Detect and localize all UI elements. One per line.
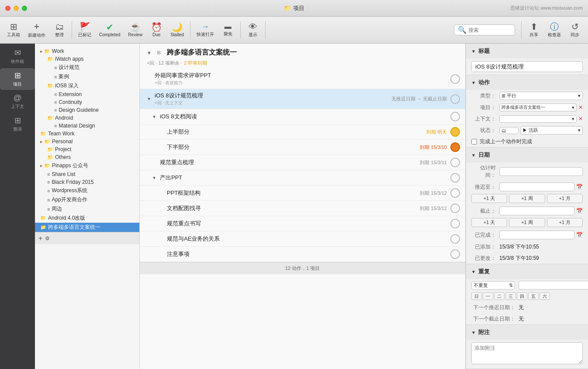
- task-item-t6[interactable]: 规范重点梳理 到期 15/3/11: [140, 155, 465, 170]
- panel-action-header[interactable]: ▼ 动作: [466, 75, 588, 90]
- repeat-day-thu[interactable]: 四: [517, 292, 527, 300]
- sidebar-item-personal[interactable]: ▸ 📁 Personal: [35, 138, 139, 145]
- toolbar-new-action-button[interactable]: + 新建动作: [24, 20, 49, 40]
- task-item-t4[interactable]: 上半部分 到期 明天: [140, 124, 465, 140]
- sidebar-item-cross-platform[interactable]: 📁 跨多端多语言文案统一: [35, 223, 139, 232]
- sidebar-item-share-list[interactable]: ≡ Share List: [35, 170, 139, 178]
- toolbar-stalled-button[interactable]: 🌙 Stalled: [167, 21, 187, 39]
- maximize-button[interactable]: [22, 6, 27, 11]
- repeat-day-sat[interactable]: 六: [540, 292, 550, 300]
- task-item-t12[interactable]: 注意事项: [140, 247, 465, 262]
- completed-input[interactable]: [499, 231, 574, 239]
- status-select[interactable]: ▶ 活跃 ▾: [520, 126, 583, 134]
- sidebar-item-continuity[interactable]: ≡ Continuity: [35, 98, 139, 106]
- sidebar-item-others[interactable]: 📁 Others: [35, 153, 139, 161]
- task-item-t11[interactable]: 规范与AE业务的关系: [140, 231, 465, 247]
- toolbar-focus-button[interactable]: ▬ 聚焦: [218, 21, 238, 39]
- sidebar-item-forecast[interactable]: ⊞ 预演: [0, 113, 35, 135]
- sidebar-item-projects[interactable]: ⊞ 项目: [0, 68, 35, 90]
- panel-notes-header[interactable]: ▼ 附注: [466, 325, 588, 340]
- sidebar-item-design-guideline[interactable]: ≡ Design Guideline: [35, 106, 139, 114]
- sidebar-item-case[interactable]: ≡ 案例: [35, 72, 139, 81]
- sidebar-item-app-dev[interactable]: ≡ App开发商合作: [35, 195, 139, 204]
- repeat-select[interactable]: 不重复 ⇅: [471, 281, 515, 290]
- task-circle-t3[interactable]: [450, 112, 460, 121]
- task-item-t2[interactable]: ▼ iOS 8设计规范梳理 +回 · 无上下文 无推迟日期 → 无截止日期: [140, 89, 465, 109]
- toolbar-display-button[interactable]: 👁 显示: [243, 21, 263, 40]
- sidebar-item-context[interactable]: @ 上下文: [0, 91, 35, 112]
- task-circle-t4[interactable]: [450, 127, 460, 137]
- title-input[interactable]: [471, 61, 583, 72]
- sidebar-item-inbox[interactable]: ✉ 收件箱: [0, 45, 35, 67]
- task-circle-t8[interactable]: [450, 188, 460, 198]
- complete-checkbox[interactable]: [471, 139, 477, 145]
- task-item-t7[interactable]: ▼ 产出PPT: [140, 170, 465, 186]
- toolbar-organize-button[interactable]: 🗂 整理: [50, 21, 69, 40]
- task-circle-t7[interactable]: [450, 173, 460, 183]
- panel-repeat-header[interactable]: ▼ 重复: [466, 264, 588, 279]
- sidebar-item-pinapps[interactable]: ▸ 📁 Pinapps 公众号: [35, 161, 139, 170]
- task-circle-t9[interactable]: [450, 203, 460, 213]
- defer-input[interactable]: [499, 183, 574, 191]
- toolbar-share-button[interactable]: ⬆ 共享: [524, 21, 543, 40]
- completed-calendar-icon[interactable]: 📅: [576, 232, 583, 238]
- task-circle-t11[interactable]: [450, 234, 460, 244]
- toolbar-review-button[interactable]: ☕ Review: [125, 21, 146, 39]
- due-calendar-icon[interactable]: 📅: [576, 208, 583, 214]
- toolbar-sync-button[interactable]: ↺ 同步: [565, 21, 585, 40]
- panel-date-header[interactable]: ▼ 日期: [466, 148, 588, 162]
- task-circle-t10[interactable]: [450, 219, 460, 228]
- toolbar-inspector-button[interactable]: ⓘ 检查器: [544, 21, 564, 40]
- toolbar-quick-open-button[interactable]: → 快速打开: [193, 21, 218, 39]
- due-plus1w-button[interactable]: +1 周: [509, 218, 545, 227]
- panel-title-header[interactable]: ▼ 标题: [466, 44, 588, 59]
- task-circle-t12[interactable]: [450, 249, 460, 259]
- close-button[interactable]: [5, 6, 10, 11]
- repeat-day-sun[interactable]: 日: [471, 292, 482, 300]
- minimize-button[interactable]: [14, 6, 19, 11]
- task-item-t5[interactable]: 下半部分 到期 15/3/10: [140, 140, 465, 155]
- sidebar-item-work[interactable]: ▸ 📁 Work: [35, 47, 139, 55]
- context-select[interactable]: ▾: [499, 115, 577, 123]
- sidebar-item-extension[interactable]: ≡ Extension: [35, 90, 139, 98]
- sidebar-item-design-spec[interactable]: ≡ 设计规范: [35, 63, 139, 72]
- toolbar-due-button[interactable]: ⏰ Due: [147, 21, 166, 39]
- notes-textarea[interactable]: [471, 342, 583, 364]
- repeat-day-wed[interactable]: 三: [505, 292, 516, 300]
- search-box[interactable]: 🔍: [454, 24, 515, 35]
- task-item-t3[interactable]: ▼ iOS 8文档阅读: [140, 109, 465, 124]
- defer-plus1d-button[interactable]: +1 天: [471, 194, 507, 203]
- status-icon-select[interactable]: 🗂: [499, 127, 519, 134]
- sidebar-item-android4[interactable]: 📁 Android 4.0改版: [35, 214, 139, 223]
- repeat-day-fri[interactable]: 五: [528, 292, 539, 300]
- task-circle-t2[interactable]: [450, 94, 460, 104]
- sidebar-item-wordpress[interactable]: ≡ Wordpress系统: [35, 186, 139, 195]
- task-circle-t6[interactable]: [450, 158, 460, 167]
- context-remove-icon[interactable]: ✕: [578, 116, 583, 122]
- sidebar-item-project[interactable]: 📁 Project: [35, 145, 139, 153]
- toolbar-tools-button[interactable]: ⊞ 工具箱: [3, 21, 24, 40]
- task-item-t1[interactable]: 外籍同事需求评审PPT +回 · 表述能力: [140, 69, 465, 89]
- defer-plus1w-button[interactable]: +1 周: [509, 194, 545, 203]
- toolbar-completed-button[interactable]: ✔ Completed: [96, 21, 124, 39]
- task-circle-t5[interactable]: [450, 142, 460, 152]
- sidebar-item-zhoubian[interactable]: ≡ 周边: [35, 204, 139, 214]
- due-plus1d-button[interactable]: +1 天: [471, 218, 507, 227]
- sidebar-item-team-work[interactable]: 📁 Team Work: [35, 130, 139, 138]
- defer-plus1m-button[interactable]: +1 月: [547, 194, 583, 203]
- task-circle-t1[interactable]: [450, 74, 460, 84]
- repeat-input[interactable]: [519, 281, 588, 290]
- sidebar-item-black-friday[interactable]: ≡ Black Friday 2015: [35, 178, 139, 186]
- task-item-t10[interactable]: 规范重点书写: [140, 216, 465, 231]
- estimate-input[interactable]: [499, 167, 583, 176]
- sidebar-item-material-design[interactable]: ≡ Material Design: [35, 122, 139, 130]
- task-item-t9[interactable]: 文档配图找寻 到期 15/3/12: [140, 201, 465, 216]
- repeat-day-mon[interactable]: 一: [483, 292, 493, 300]
- due-input[interactable]: [499, 207, 574, 215]
- search-input[interactable]: [468, 27, 511, 33]
- project-select[interactable]: 跨多端多语言文案统一 ▾: [499, 103, 577, 111]
- sidebar-item-android[interactable]: 📁 Android: [35, 114, 139, 122]
- sidebar-item-ios8-deep[interactable]: 📁 iOS8 深入: [35, 81, 139, 90]
- defer-calendar-icon[interactable]: 📅: [576, 184, 583, 190]
- sidebar-item-iwatch[interactable]: 📁 iWatch apps: [35, 55, 139, 63]
